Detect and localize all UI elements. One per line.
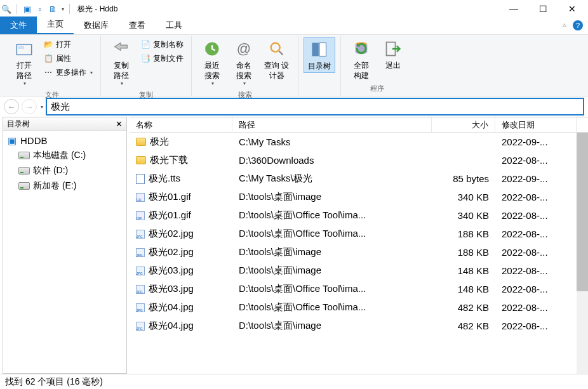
copy-path-icon [111,39,131,59]
at-icon: @ [234,39,254,59]
dir-tree-button[interactable]: 目录树 [304,37,335,73]
tree: ▣ HDDB 本地磁盘 (C:) 软件 (D:) 新加卷 (E:) [3,131,126,196]
open-button[interactable]: 📂打开 [41,37,95,51]
document-icon[interactable]: 🗎 [48,4,58,14]
minimize-button[interactable]: — [499,0,528,18]
window-title: 极光 - Hddb [77,4,117,15]
col-header-name[interactable]: 名称 [130,117,232,132]
recent-icon [202,39,222,59]
copy-file-button[interactable]: 📑复制文件 [138,51,186,65]
collapse-ribbon-icon[interactable]: ㅿ [561,21,568,30]
table-row[interactable]: 极光01.gifD:\tools\桌面\Office Tool\ima...34… [130,206,588,225]
table-row[interactable]: 极光01.gifD:\tools\桌面\image340 KB2022-08-.… [130,188,588,206]
tree-item-disk-e[interactable]: 新加卷 (E:) [3,178,126,194]
table-row[interactable]: 极光下载D:\360Downloads2022-08-... [130,151,588,169]
search-input[interactable] [46,98,584,115]
cell-path: D:\tools\桌面\Office Tool\ima... [232,228,432,240]
copy-path-label: 复制路径 [114,60,129,81]
tree-root[interactable]: ▣ HDDB [3,133,126,148]
scrollbar-thumb[interactable] [577,133,588,291]
jpg-icon [136,322,145,331]
table-row[interactable]: 极光03.jpgD:\tools\桌面\Office Tool\ima...14… [130,280,588,298]
cell-size: 482 KB [432,320,495,331]
cell-date: 2022-09-... [495,173,577,184]
tts-icon [136,174,145,184]
open-path-label: 打开路径 [17,60,32,81]
col-header-date[interactable]: 修改日期 [495,117,577,132]
cell-path: D:\tools\桌面\image [232,246,432,258]
table-row[interactable]: 极光04.jpgD:\tools\桌面\Office Tool\ima...48… [130,298,588,317]
more-icon: ⋯ [43,67,53,77]
search-icon[interactable]: 🔍 [1,4,11,14]
tab-view[interactable]: 查看 [119,16,156,34]
cell-name: 极光02.jpg [149,228,194,240]
cell-date: 2022-08-... [495,210,577,221]
window-icon-2[interactable]: ▫ [35,4,45,14]
query-designer-button[interactable]: 查询 设计器 [260,37,293,82]
tab-database[interactable]: 数据库 [74,16,119,34]
scrollbar[interactable] [577,133,588,374]
recent-search-button[interactable]: 最近搜索 ▾ [197,37,227,89]
cell-date: 2022-08-... [495,265,577,276]
exit-button[interactable]: 退出 [378,37,408,72]
nav-forward-button[interactable]: → [22,99,37,114]
more-button[interactable]: ⋯更多操作▾ [41,65,95,79]
cell-date: 2022-09-... [495,136,577,147]
col-header-path[interactable]: 路径 [232,117,432,132]
tree-icon [309,39,330,60]
jpg-icon [136,248,145,257]
query-label: 查询 设计器 [264,60,289,81]
cell-size: 85 bytes [432,173,495,184]
tab-home[interactable]: 主页 [37,15,74,34]
cell-path: D:\tools\桌面\image [232,265,432,277]
location-icon [14,39,34,59]
cell-date: 2022-08-... [495,192,577,202]
nav-back-button[interactable]: ← [4,99,19,114]
table-row[interactable]: 极光.ttsC:\My Tasks\极光85 bytes2022-09-... [130,169,588,188]
tab-tools[interactable]: 工具 [156,16,192,34]
open-icon: 📂 [43,39,53,49]
maximize-button[interactable]: ☐ [528,0,558,18]
hddb-icon: ▣ [7,136,17,146]
table-row[interactable]: 极光04.jpgD:\tools\桌面\image482 KB2022-08-.… [130,317,588,335]
rebuild-all-button[interactable]: 全部构建 [346,37,377,82]
magnify-icon [267,39,287,59]
disk-icon [18,152,30,159]
tree-item-disk-d[interactable]: 软件 (D:) [3,163,126,178]
list-body[interactable]: 极光C:\My Tasks2022-09-...极光下载D:\360Downlo… [130,133,588,374]
col-header-size[interactable]: 大小 [432,117,495,132]
table-row[interactable]: 极光02.jpgD:\tools\桌面\Office Tool\ima...18… [130,225,588,243]
cell-name: 极光 [150,136,169,148]
named-search-button[interactable]: @ 命名搜索 ▾ [229,37,259,89]
quick-access: 🔍 ▣ ▫ 🗎 ▾ 极光 - Hddb [1,4,117,15]
exit-icon [383,39,403,59]
ribbon-group-tree: 目录树 [298,36,340,96]
gif-icon [136,193,145,202]
caret-icon: ▾ [23,81,26,88]
window-controls: — ☐ ✕ [499,0,587,18]
tree-item-disk-c[interactable]: 本地磁盘 (C:) [3,148,126,163]
sidebar-close-icon[interactable]: ✕ [116,119,123,129]
statusbar: 找到 62 个项目 (16 毫秒) [0,374,588,389]
window-icon-1[interactable]: ▣ [22,4,32,14]
cell-date: 2022-08-... [495,247,577,258]
copy-path-button[interactable]: 复制路径 ▾ [106,37,137,89]
tab-file[interactable]: 文件 [0,16,37,34]
properties-button[interactable]: 📋属性 [41,51,95,65]
tree-label: 目录树 [308,61,331,71]
table-row[interactable]: 极光03.jpgD:\tools\桌面\image148 KB2022-08-.… [130,261,588,280]
cell-date: 2022-08-... [495,228,577,239]
nav-history-caret-icon[interactable]: ▾ [41,104,43,110]
svg-rect-6 [319,43,326,56]
svg-line-4 [279,51,283,55]
svg-point-3 [271,43,279,52]
table-row[interactable]: 极光02.jpgD:\tools\桌面\image188 KB2022-08-.… [130,243,588,261]
copy-name-button[interactable]: 📄复制名称 [138,37,186,51]
qat-caret-icon[interactable]: ▾ [62,6,64,12]
close-button[interactable]: ✕ [558,0,587,18]
open-path-button[interactable]: 打开路径 ▾ [9,37,39,89]
help-icon[interactable]: ? [573,20,583,30]
cell-date: 2022-08-... [495,320,577,331]
table-row[interactable]: 极光C:\My Tasks2022-09-... [130,133,588,151]
sidebar-title: 目录树 [7,119,30,129]
